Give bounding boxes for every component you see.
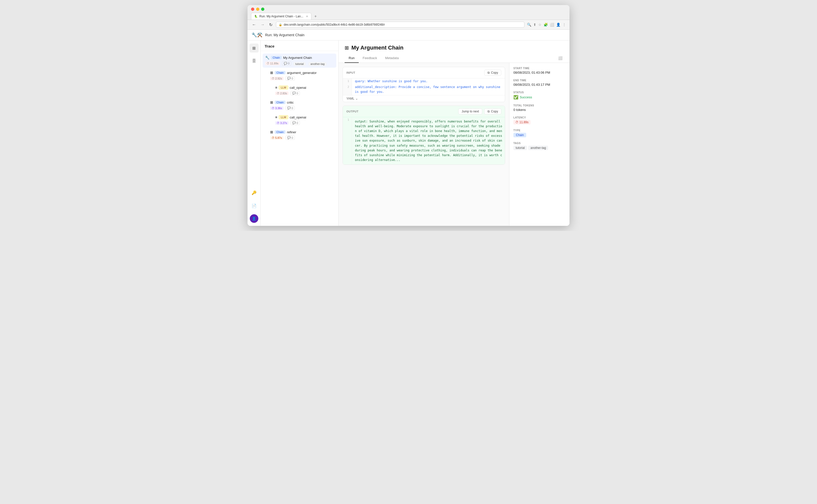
main-content: INPUT ⧉ Copy [339, 63, 509, 226]
trace-llm2-meta: ⏱ 3.27s 💬 0 [275, 121, 334, 125]
trace-item-critic[interactable]: ⊞ Chain critic ⏱ 3.36s 💬 0 [268, 98, 336, 112]
trace-item-call-openai-1[interactable]: ≡ LLM call_openai ⏱ 2.83s 💬 0 [273, 83, 336, 97]
output-copy-label: Copy [491, 110, 498, 113]
trace-root-name: My Argument Chain [283, 56, 312, 60]
detail-header: ⊞ My Argument Chain Run Feedback Metadat… [339, 40, 569, 63]
trace-refiner-icon: ⊞ [270, 130, 273, 134]
nav-key-icon[interactable]: 🔑 [250, 188, 259, 197]
jump-to-next-button[interactable]: Jump to next [458, 108, 482, 114]
trace-item-header: ⊞ Chain critic [270, 100, 334, 104]
output-section-card: OUTPUT Jump to next ⧉ Copy [343, 106, 505, 165]
trace-refiner-badge: Chain [275, 130, 285, 134]
input-line-2: 2 additional_description: Provide a conc… [343, 84, 505, 95]
close-button[interactable] [251, 8, 254, 11]
nav-document-icon[interactable]: 📄 [250, 201, 259, 210]
meta-tags: TAGS tutorial another-tag [513, 142, 565, 150]
refresh-button[interactable]: ↻ [268, 22, 273, 28]
meta-status: STATUS ✅ Success [513, 91, 565, 100]
lock-icon: 🔒 [279, 23, 282, 26]
maximize-button[interactable] [261, 8, 264, 11]
output-copy-button[interactable]: ⧉ Copy [484, 108, 501, 114]
app-header: 🔧⚒️ Run: My Argument Chain [248, 30, 569, 40]
tab-title: Run: My Argument Chain - Lan... [259, 15, 303, 18]
chevron-down-icon: ⌄ [355, 97, 358, 100]
meta-latency: LATENCY ⏱ 11.89s [513, 116, 565, 124]
trace-root-badge: Chain [271, 56, 282, 59]
traffic-lights [251, 8, 566, 11]
trace-critic-meta: ⏱ 3.36s 💬 0 [270, 106, 334, 110]
trace-llm2-icon: ≡ [275, 115, 277, 119]
trace-critic-tokens: 💬 0 [285, 106, 295, 110]
trace-arg-meta: ⏱ 2.92s 💬 0 [270, 76, 334, 80]
trace-root-icon: 🔧 [265, 56, 269, 60]
yaml-format-selector[interactable]: YAML ⌄ [346, 97, 501, 100]
nav-grid-icon[interactable]: ⊞ [250, 44, 259, 53]
tab-metadata[interactable]: Metadata [381, 55, 403, 63]
share-icon[interactable]: ⬆ [533, 23, 536, 27]
trace-llm1-icon: ≡ [275, 86, 277, 90]
total-tokens-label: TOTAL TOKENS [513, 104, 565, 107]
trace-critic-time: ⏱ 3.36s [270, 106, 283, 110]
bookmark-icon[interactable]: ☆ [538, 23, 542, 27]
address-bar-icons: 🔍 ⬆ ☆ 🧩 ⬜ 👤 ⋮ [527, 23, 566, 27]
trace-item-argument-generator[interactable]: ⊞ Chain argument_generator ⏱ 2.92s 💬 0 [268, 69, 336, 82]
tab-close-icon[interactable]: ✕ [306, 15, 308, 18]
clock-icon: ⏱ [515, 120, 518, 124]
new-tab-button[interactable]: + [312, 13, 319, 20]
meta-end-time: END TIME 08/08/2023, 01:43:17 PM [513, 79, 565, 87]
trace-llm1-meta: ⏱ 2.83s 💬 0 [275, 91, 334, 95]
trace-refiner-time: ⏱ 5.87s [270, 136, 283, 140]
total-tokens-value: 0 tokens [513, 108, 565, 112]
start-time-value: 08/08/2023, 01:43:06 PM [513, 71, 565, 74]
trace-refiner-tokens: 💬 0 [285, 136, 295, 140]
trace-arg-name: argument_generator [287, 71, 317, 75]
detail-panel: ⊞ My Argument Chain Run Feedback Metadat… [339, 40, 569, 226]
tab-feedback[interactable]: Feedback [359, 55, 381, 63]
browser-tab-active[interactable]: 🦜 Run: My Argument Chain - Lan... ✕ [251, 13, 311, 20]
tag-tutorial: tutorial [513, 146, 527, 150]
search-icon[interactable]: 🔍 [527, 23, 531, 27]
format-label: YAML [346, 97, 354, 100]
trace-item-refiner[interactable]: ⊞ Chain refiner ⏱ 5.87s 💬 0 [268, 128, 336, 142]
menu-icon[interactable]: ⋮ [562, 23, 566, 27]
nav-database-icon[interactable]: 🗄 [250, 57, 259, 66]
sidebar-icon[interactable]: ⬜ [550, 23, 554, 27]
forward-button[interactable]: → [260, 22, 266, 27]
detail-body: INPUT ⧉ Copy [339, 63, 569, 226]
url-text: dev.smith.langchain.com/public/502a9bc4-… [284, 23, 385, 26]
input-copy-button[interactable]: ⧉ Copy [484, 70, 501, 76]
app-container: 🔧⚒️ Run: My Argument Chain ⊞ 🗄 🔑 📄 👤 Tra… [248, 30, 569, 226]
meta-panel: START TIME 08/08/2023, 01:43:06 PM END T… [509, 63, 569, 226]
minimize-button[interactable] [256, 8, 259, 11]
trace-llm2-badge: LLM [279, 115, 288, 119]
trace-item-header: ≡ LLM call_openai [275, 86, 334, 90]
input-code-lines: 1 query: Whether sunshine is good for yo… [343, 78, 505, 95]
trace-header: Trace [261, 40, 338, 51]
tab-bar: 🦜 Run: My Argument Chain - Lan... ✕ + [251, 13, 566, 20]
trace-item-call-openai-2[interactable]: ≡ LLM call_openai ⏱ 3.27s 💬 0 [273, 113, 336, 127]
meta-total-tokens: TOTAL TOKENS 0 tokens [513, 104, 565, 112]
line-number-1: 1 [343, 78, 352, 84]
latency-label: LATENCY [513, 116, 565, 119]
meta-start-time: START TIME 08/08/2023, 01:43:06 PM [513, 67, 565, 74]
latency-badge: ⏱ 11.89s [513, 120, 530, 124]
url-input[interactable]: 🔒 dev.smith.langchain.com/public/502a9bc… [276, 22, 524, 28]
trace-items: 🔧 Chain My Argument Chain ⏱ 11.89s 💬 0 t… [261, 51, 338, 226]
nav-user-icon[interactable]: 👤 [250, 214, 258, 223]
back-button[interactable]: ← [251, 22, 257, 27]
end-time-value: 08/08/2023, 01:43:17 PM [513, 83, 565, 87]
status-text: Success [520, 95, 532, 99]
trace-arg-badge: Chain [275, 71, 285, 74]
trace-llm2-name: call_openai [290, 115, 306, 119]
tab-run[interactable]: Run [345, 55, 359, 63]
detail-title-text: My Argument Chain [351, 45, 403, 51]
app-title: Run: My Argument Chain [265, 33, 304, 37]
trace-llm2-tokens: 💬 0 [291, 121, 300, 125]
trace-item-root[interactable]: 🔧 Chain My Argument Chain ⏱ 11.89s 💬 0 t… [263, 54, 336, 68]
jump-label: Jump to next [462, 110, 479, 113]
extensions-icon[interactable]: 🧩 [544, 23, 548, 27]
output-code-content: 1 output: Sunshine, when enjoyed respons… [343, 117, 505, 165]
expand-panel-icon[interactable]: ⬜ [557, 55, 563, 63]
trace-root-tag-1: another-tag [308, 62, 326, 66]
profile-icon[interactable]: 👤 [556, 23, 560, 27]
